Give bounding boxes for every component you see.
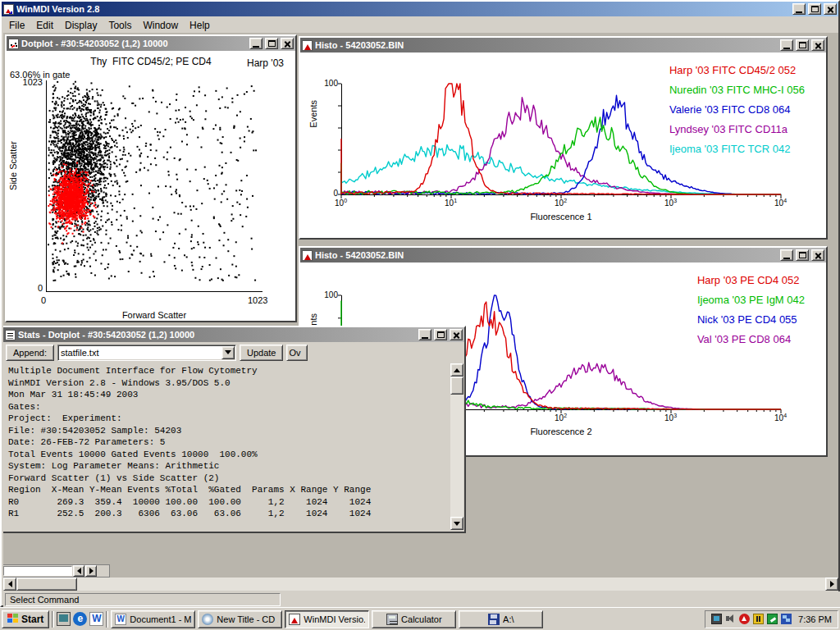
y-tick-100: 100 xyxy=(320,79,338,88)
aol-tray-icon[interactable] xyxy=(739,614,750,624)
stats-close-button[interactable] xyxy=(450,329,463,340)
stats-titlebar[interactable]: Stats - Dotplot - #30:54203052 (1,2) 100… xyxy=(3,327,464,342)
antivirus-tray-icon[interactable] xyxy=(767,614,778,624)
dotplot-close-button[interactable] xyxy=(281,38,294,49)
histo1-title: Histo - 54203052.BIN xyxy=(315,40,778,50)
histogram-icon xyxy=(302,250,313,261)
histo1-y-axis-label: Events xyxy=(308,100,318,128)
histo2-titlebar[interactable]: Histo - 54203052.BIN xyxy=(300,248,826,262)
scroll-left-button[interactable] xyxy=(73,565,84,577)
menu-file[interactable]: File xyxy=(3,18,30,33)
taskbar-button-calculator[interactable]: Calculator xyxy=(372,610,456,628)
close-icon xyxy=(453,331,460,339)
audio-tray-icon[interactable] xyxy=(753,614,764,624)
show-desktop-icon[interactable] xyxy=(57,612,71,626)
start-button[interactable]: Start xyxy=(2,610,49,628)
menu-help[interactable]: Help xyxy=(184,18,216,33)
taskbar-button-document1[interactable]: Document1 - M... xyxy=(111,610,195,628)
scrollbar-track[interactable] xyxy=(450,395,463,517)
scrollbar-thumb[interactable] xyxy=(450,377,463,395)
histo1-maximize-button[interactable] xyxy=(796,39,809,51)
statfile-combobox xyxy=(57,345,236,361)
stats-line: Mon Mar 31 18:45:49 2003 xyxy=(8,389,446,401)
x-tick-label: 104 xyxy=(774,198,787,208)
y-tick-0: 0 xyxy=(320,189,338,198)
tick-exponent: 2 xyxy=(564,198,567,203)
stats-maximize-button[interactable] xyxy=(434,329,447,340)
menu-edit[interactable]: Edit xyxy=(30,18,59,33)
overwrite-button[interactable]: Ov xyxy=(286,345,308,361)
combobox-dropdown-button[interactable] xyxy=(221,346,235,359)
histo2-maximize-button[interactable] xyxy=(796,249,809,261)
x-tick-label: 100 xyxy=(335,198,347,208)
main-close-button[interactable] xyxy=(824,3,837,15)
taskbar: Start Document1 - M... New Title - CD ..… xyxy=(0,607,840,630)
statfile-input[interactable] xyxy=(58,348,221,358)
scrollbar-track[interactable] xyxy=(77,578,825,591)
update-button[interactable]: Update xyxy=(240,345,283,361)
main-minimize-button[interactable] xyxy=(792,3,806,15)
tick-exponent: 0 xyxy=(344,198,347,203)
dotplot-scatter-canvas[interactable] xyxy=(48,80,262,290)
stats-minimize-button[interactable] xyxy=(418,329,431,340)
volume-tray-icon[interactable] xyxy=(725,614,736,624)
dotplot-titlebar[interactable]: Dotplot - #30:54203052 (1,2) 10000 xyxy=(7,36,295,51)
fragment-titlebar[interactable] xyxy=(3,566,72,576)
histo1-titlebar[interactable]: Histo - 54203052.BIN xyxy=(300,38,826,52)
legend-item: Harp '03 PE CD4 052 xyxy=(697,271,805,290)
x-tick-min: 0 xyxy=(41,295,46,305)
dotplot-maximize-button[interactable] xyxy=(265,38,278,49)
task-button-label: WinMDI Versio... xyxy=(304,614,365,624)
stats-toolbar: Append: Update Ov xyxy=(3,342,464,363)
histo2-legend: Harp '03 PE CD4 052 Ijeoma '03 PE IgM 04… xyxy=(697,271,805,349)
arrow-up-icon xyxy=(454,368,460,372)
taskbar-button-cd-player[interactable]: New Title - CD ... xyxy=(198,610,282,628)
main-titlebar[interactable]: WinMDI Version 2.8 xyxy=(2,2,838,16)
append-button[interactable]: Append: xyxy=(6,345,54,361)
maximize-icon xyxy=(799,252,806,258)
maximize-icon xyxy=(437,331,445,338)
close-icon xyxy=(815,42,822,49)
stats-vertical-scrollbar[interactable] xyxy=(450,363,463,530)
stats-line: Gates: xyxy=(8,401,446,413)
histo1-close-button[interactable] xyxy=(811,39,824,51)
internet-explorer-icon[interactable] xyxy=(73,612,87,626)
stats-line: Multiple Document Interface for Flow Cyt… xyxy=(8,365,446,377)
arrow-down-icon xyxy=(454,522,460,526)
histo1-minimize-button[interactable] xyxy=(780,39,793,51)
word-icon[interactable] xyxy=(89,612,103,626)
menu-window[interactable]: Window xyxy=(137,18,184,33)
network-tray-icon[interactable] xyxy=(781,614,792,624)
legend-item: Nick '03 PE CD4 055 xyxy=(697,310,805,330)
stats-line: System: Log Parameter Means: Arithmetic xyxy=(8,460,446,472)
display-tray-icon[interactable] xyxy=(711,614,722,624)
dotplot-minimize-button[interactable] xyxy=(249,38,262,49)
x-tick-label: 103 xyxy=(664,413,677,422)
task-button-label: Calculator xyxy=(401,614,442,624)
stats-line: WinMDI Version 2.8 - Windows 3.95/DOS 5.… xyxy=(8,377,446,390)
scroll-down-button[interactable] xyxy=(450,517,463,530)
x-tick-max: 1023 xyxy=(248,295,267,305)
taskbar-button-floppy[interactable]: A:\ xyxy=(459,610,543,628)
scroll-right-button[interactable] xyxy=(825,578,838,591)
main-maximize-button[interactable] xyxy=(808,3,821,15)
calculator-icon xyxy=(386,614,398,625)
histo2-close-button[interactable] xyxy=(811,249,824,261)
dotplot-icon xyxy=(8,39,19,49)
tick-base: 10 xyxy=(664,199,673,208)
floppy-drive-icon xyxy=(488,614,500,625)
scroll-left-button[interactable] xyxy=(3,578,16,591)
menu-display[interactable]: Display xyxy=(59,18,103,33)
tick-base: 10 xyxy=(774,413,783,422)
mdi-horizontal-scrollbar[interactable] xyxy=(3,578,838,591)
histo2-minimize-button[interactable] xyxy=(780,249,793,261)
arrow-left-icon xyxy=(77,568,81,574)
minimize-icon xyxy=(783,258,790,259)
scroll-right-button[interactable] xyxy=(85,565,97,577)
histogram-icon xyxy=(302,40,313,51)
scroll-up-button[interactable] xyxy=(450,363,463,377)
scrollbar-thumb[interactable] xyxy=(16,578,77,591)
taskbar-button-winmdi[interactable]: WinMDI Versio... xyxy=(285,610,369,628)
menu-tools[interactable]: Tools xyxy=(103,18,137,33)
stats-line: R1 252.5 200.3 6306 63.06 63.06 1,2 1024… xyxy=(8,508,446,520)
